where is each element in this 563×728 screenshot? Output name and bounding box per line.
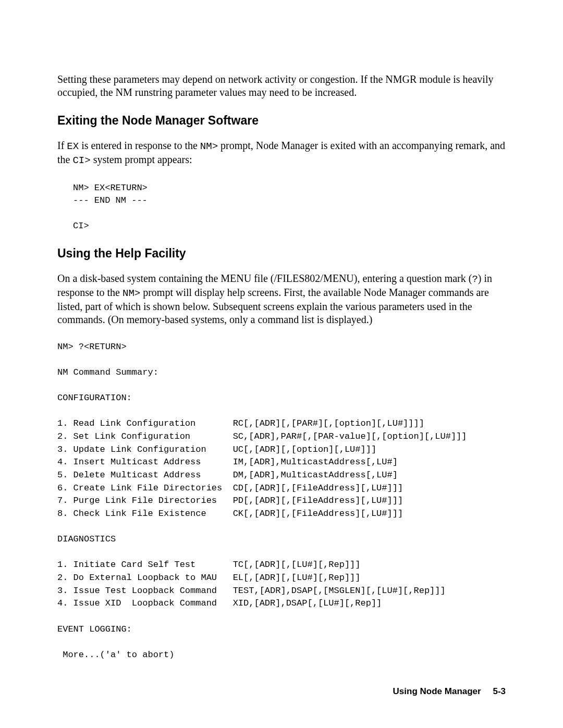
- footer-title: Using Node Manager: [393, 686, 481, 696]
- text-fragment: system prompt appears:: [91, 154, 192, 165]
- inline-code-ci-prompt: CI>: [72, 155, 90, 166]
- document-page: Setting these parameters may depend on n…: [0, 0, 563, 728]
- section1-paragraph: If EX is entered in response to the NM> …: [57, 139, 506, 167]
- text-fragment: On a disk-based system containing the ME…: [57, 273, 472, 284]
- footer-page-number: 5-3: [493, 686, 506, 696]
- section-heading-help: Using the Help Facility: [57, 246, 506, 261]
- inline-code-nm-prompt: NM>: [123, 288, 140, 299]
- code-block-help-output: NM> ?<RETURN> NM Command Summary: CONFIG…: [57, 341, 506, 662]
- intro-paragraph: Setting these parameters may depend on n…: [57, 73, 506, 99]
- inline-code-nm-prompt: NM>: [200, 141, 218, 152]
- inline-code-question-mark: ?: [472, 274, 478, 285]
- section2-paragraph: On a disk-based system containing the ME…: [57, 272, 506, 326]
- page-footer: Using Node Manager 5-3: [393, 686, 506, 697]
- text-fragment: is entered in response to the: [79, 140, 200, 151]
- text-fragment: If: [57, 140, 67, 151]
- inline-code-ex: EX: [67, 141, 79, 152]
- code-block-exit-example: NM> EX<RETURN> --- END NM --- CI>: [73, 182, 506, 233]
- section-heading-exiting: Exiting the Node Manager Software: [57, 114, 506, 128]
